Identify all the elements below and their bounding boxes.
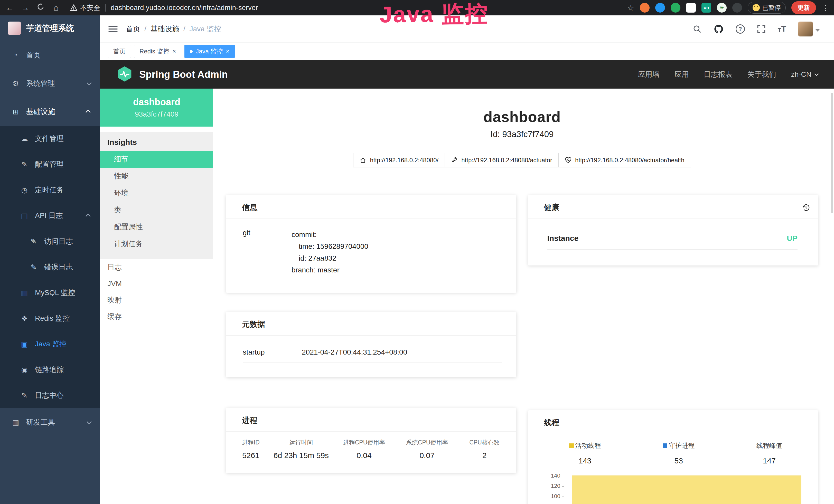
- sba-item-environment[interactable]: 环境: [100, 185, 213, 202]
- toolbox-icon: ▥: [11, 418, 21, 427]
- paused-badge-label: 已暂停: [762, 4, 781, 12]
- sba-item-logs[interactable]: 日志: [100, 259, 213, 275]
- security-chip[interactable]: 不安全: [70, 3, 100, 12]
- tab-home[interactable]: 首页: [108, 45, 131, 58]
- sba-item-jvm[interactable]: JVM: [100, 275, 213, 292]
- breadcrumb-infra[interactable]: 基础设施: [151, 24, 179, 34]
- extension-circle-icon[interactable]: [671, 3, 680, 13]
- process-col: 运行时间 6d 23h 15m 59s: [270, 438, 332, 460]
- instance-title: dashboard: [226, 108, 818, 125]
- extension-grid-icon[interactable]: [686, 3, 696, 13]
- sidebar-item-mysql[interactable]: ▦ MySQL 监控: [0, 280, 100, 305]
- sidebar-item-label: 定时任务: [35, 185, 64, 195]
- sba-item-classes[interactable]: 类: [100, 202, 213, 219]
- scrollbar-thumb[interactable]: [831, 93, 833, 213]
- back-icon[interactable]: ←: [5, 3, 15, 13]
- threads-card: 线程 活动线程 1: [528, 410, 818, 504]
- sba-item-scheduled-tasks[interactable]: 计划任务: [100, 235, 213, 252]
- sba-nav-journal[interactable]: 日志报表: [704, 70, 732, 79]
- sba-item-caches[interactable]: 缓存: [100, 308, 213, 325]
- security-label: 不安全: [80, 3, 100, 12]
- infra-submenu: ☁ 文件管理 ✎ 配置管理 ◷ 定时任务 ▤ API 日志 ✎: [0, 126, 100, 408]
- history-icon[interactable]: [802, 203, 810, 212]
- column-value: 0.04: [332, 451, 396, 460]
- scrollbar[interactable]: [830, 91, 833, 501]
- info-line: branch: master: [291, 264, 368, 276]
- search-icon[interactable]: [693, 24, 702, 33]
- sidebar-item-log-center[interactable]: ✎ 日志中心: [0, 383, 100, 408]
- sidebar-item-system[interactable]: ⚙ 系统管理: [0, 69, 100, 97]
- breadcrumb-current: Java 监控: [190, 24, 221, 34]
- close-icon[interactable]: ×: [226, 48, 229, 54]
- sba-item-configprops[interactable]: 配置属性: [100, 219, 213, 235]
- tab-redis-monitor[interactable]: Redis 监控 ×: [134, 45, 181, 58]
- process-card-header: 进程: [226, 408, 516, 432]
- sidebar-item-job[interactable]: ◷ 定时任务: [0, 177, 100, 203]
- home-icon[interactable]: ⌂: [51, 3, 61, 13]
- sidebar-item-java-monitor[interactable]: ▣ Java 监控: [0, 331, 100, 357]
- card-title: 元数据: [242, 319, 265, 330]
- user-menu[interactable]: [798, 22, 820, 37]
- process-col: 系统CPU使用率 0.07: [396, 438, 458, 460]
- health-heart-icon: [565, 157, 571, 164]
- sidebar-item-file[interactable]: ☁ 文件管理: [0, 126, 100, 152]
- close-icon[interactable]: ×: [172, 48, 176, 54]
- metadata-row: startup 2021-04-27T00:44:31.254+08:00: [243, 348, 502, 363]
- service-url-button[interactable]: http://192.168.0.2:48080/: [353, 153, 445, 167]
- health-url-button[interactable]: http://192.168.0.2:48080/actuator/health: [558, 153, 691, 167]
- sidebar-item-redis[interactable]: ❖ Redis 监控: [0, 305, 100, 331]
- sidebar-item-tracing[interactable]: ◉ 链路追踪: [0, 357, 100, 383]
- display-icon: ▣: [20, 340, 29, 348]
- tab-java-monitor[interactable]: Java 监控 ×: [184, 45, 235, 58]
- bookmark-star-icon[interactable]: ☆: [627, 3, 634, 12]
- sidebar-item-config[interactable]: ✎ 配置管理: [0, 152, 100, 177]
- sidebar-item-error-log[interactable]: ✎ 错误日志: [0, 254, 100, 280]
- extension-dark-icon[interactable]: [732, 3, 742, 13]
- sba-nav-applications[interactable]: 应用: [675, 70, 689, 79]
- sba-item-mappings[interactable]: 映射: [100, 292, 213, 308]
- breadcrumb: 首页 / 基础设施 / Java 监控: [126, 24, 221, 34]
- info-line: commit:: [291, 229, 368, 240]
- legend-item-live: 活动线程 143: [569, 441, 601, 465]
- reload-icon[interactable]: [36, 3, 46, 13]
- sba-nav: 应用墙 应用 日志报表 关于我们 zh-CN: [638, 70, 817, 79]
- extension-drop-icon[interactable]: [655, 3, 665, 13]
- sidebar-item-dev-tools[interactable]: ▥ 研发工具: [0, 408, 100, 436]
- extension-leaf-icon[interactable]: ❧: [717, 3, 727, 13]
- sba-nav-wallboard[interactable]: 应用墙: [638, 70, 660, 79]
- y-axis-tick: 140: [533, 473, 564, 479]
- metadata-card-header: 元数据: [226, 312, 516, 336]
- metadata-card: 元数据 startup 2021-04-27T00:44:31.254+08:0…: [226, 312, 516, 377]
- info-line: id: 27aa832: [291, 252, 368, 264]
- sidebar-item-label: 系统管理: [26, 78, 55, 88]
- health-card-body: Instance UP: [528, 219, 818, 266]
- sidebar-collapse-icon[interactable]: [108, 26, 118, 32]
- github-icon[interactable]: [714, 24, 724, 34]
- sba-item-metrics[interactable]: 性能: [100, 168, 213, 185]
- sidebar-item-api-log[interactable]: ▤ API 日志: [0, 203, 100, 229]
- sidebar-item-infra[interactable]: ⊞ 基础设施: [0, 97, 100, 126]
- browser-menu-icon[interactable]: ⋮: [822, 3, 829, 12]
- address-bar[interactable]: dashboard.yudao.iocoder.cn/infra/admin-s…: [111, 4, 258, 12]
- main-column: 首页 / 基础设施 / Java 监控 ?: [100, 16, 834, 504]
- avatar: [798, 22, 813, 37]
- extension-fox-icon[interactable]: [640, 3, 650, 13]
- sidebar-item-access-log[interactable]: ✎ 访问日志: [0, 229, 100, 254]
- actuator-url-button[interactable]: http://192.168.0.2:48080/actuator: [445, 153, 559, 167]
- sba-brand-title[interactable]: Spring Boot Admin: [139, 69, 228, 80]
- update-button[interactable]: 更新: [791, 1, 816, 14]
- sba-nav-about[interactable]: 关于我们: [747, 70, 776, 79]
- y-axis-tick: 120: [533, 483, 564, 489]
- fullscreen-icon[interactable]: [757, 24, 766, 33]
- forward-icon[interactable]: →: [20, 3, 30, 13]
- sidebar-item-home[interactable]: ◔ 首页: [0, 41, 100, 69]
- font-size-icon[interactable]: TT: [778, 24, 786, 33]
- paused-badge[interactable]: 已暂停: [748, 2, 786, 14]
- breadcrumb-home[interactable]: 首页: [126, 24, 140, 34]
- locale-select[interactable]: zh-CN: [791, 70, 817, 78]
- extension-on-icon[interactable]: on: [701, 3, 711, 13]
- help-icon[interactable]: ?: [736, 24, 745, 33]
- sba-item-details[interactable]: 细节: [100, 151, 213, 168]
- app-logo[interactable]: 芋道管理系统: [0, 16, 100, 41]
- instance-header: dashboard 93a3fc7f7409: [100, 89, 213, 127]
